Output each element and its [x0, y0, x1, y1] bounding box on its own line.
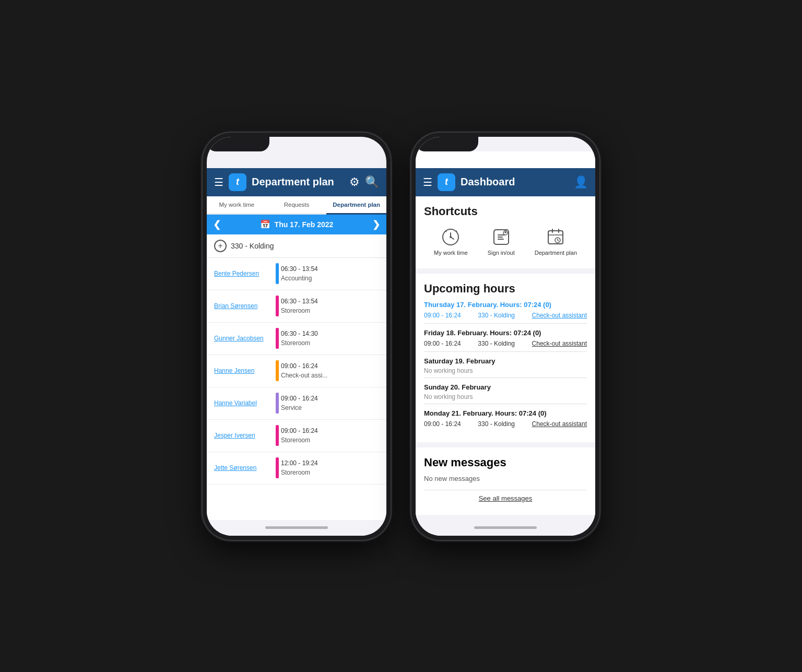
profile-icon[interactable]: 👤: [574, 175, 588, 189]
messages-title: New messages: [424, 456, 587, 469]
shift-details: 06:30 - 13:54 Accounting: [281, 264, 318, 283]
schedule-list[interactable]: Bente Pedersen 06:30 - 13:54 Accounting …: [207, 258, 386, 520]
shortcuts-section: Shortcuts My work time: [416, 196, 595, 268]
app-logo-2: t: [438, 173, 455, 191]
notch-1: [207, 137, 269, 151]
upcoming-day-item: Friday 18. February. Hours: 07:24 (0) 09…: [424, 329, 587, 352]
shift-color-bar: [276, 263, 279, 284]
clock-icon: [441, 228, 460, 246]
shift-bar-container: 09:00 - 16:24 Storeroom: [276, 425, 379, 446]
app-title-2: Dashboard: [461, 176, 569, 188]
date-nav: ❮ 📅 Thu 17. Feb 2022 ❯: [207, 215, 386, 234]
tab-requests[interactable]: Requests: [267, 196, 327, 215]
shift-details: 09:00 - 16:24 Check-out assi...: [281, 361, 327, 380]
day-divider: [424, 378, 587, 378]
schedule-row: Gunner Jacobsen 06:30 - 14:30 Storeroom: [207, 323, 386, 355]
home-indicator-2: [416, 520, 595, 536]
schedule-row: Brian Sørensen 06:30 - 13:54 Storeroom: [207, 290, 386, 323]
employee-name[interactable]: Hanne Variabel: [214, 399, 272, 407]
shift-time: 06:30 - 13:54: [281, 264, 318, 274]
date-display: 📅 Thu 17. Feb 2022: [260, 219, 334, 229]
shift-details: 06:30 - 14:30 Storeroom: [281, 329, 318, 348]
day-divider: [424, 323, 587, 324]
app-logo-1: t: [229, 173, 246, 191]
shift-color-bar: [276, 328, 279, 349]
prev-date-arrow[interactable]: ❮: [213, 219, 221, 230]
upcoming-day-item: Thursday 17. February. Hours: 07:24 (0) …: [424, 301, 587, 324]
employee-name[interactable]: Brian Sørensen: [214, 302, 272, 310]
phone-dashboard: ☰ t Dashboard 👤 Shortcuts: [411, 133, 599, 540]
add-location-button[interactable]: +: [214, 240, 227, 252]
tab-my-work-time[interactable]: My work time: [207, 196, 267, 215]
employee-name[interactable]: Bente Pedersen: [214, 270, 272, 277]
day-row: 09:00 - 16:24 330 - Kolding Check-out as…: [424, 311, 587, 320]
shift-dept: Storeroom: [281, 468, 318, 477]
shortcut-department-plan[interactable]: Department plan: [535, 228, 577, 256]
shift-time: 09:00 - 16:24: [281, 394, 318, 403]
hamburger-icon[interactable]: ☰: [214, 176, 223, 188]
day-row: 09:00 - 16:24 330 - Kolding Check-out as…: [424, 339, 587, 348]
day-header: Sunday 20. February: [424, 383, 587, 391]
upcoming-title: Upcoming hours: [424, 282, 587, 296]
next-date-arrow[interactable]: ❯: [372, 219, 380, 230]
app-header-1: ☰ t Department plan ⚙ 🔍: [207, 168, 386, 196]
employee-name[interactable]: Gunner Jacobsen: [214, 335, 272, 342]
home-indicator-1: [207, 520, 386, 536]
dept-plan-icon: [546, 228, 565, 246]
messages-section: New messages No new messages See all mes…: [416, 447, 595, 515]
shift-bar-container: 09:00 - 16:24 Check-out assi...: [276, 360, 379, 381]
day-location: 330 - Kolding: [478, 420, 515, 428]
see-all-messages-link[interactable]: See all messages: [424, 490, 587, 506]
location-bar: + 330 - Kolding: [207, 234, 386, 258]
shift-dept: Storeroom: [281, 338, 318, 348]
hamburger-icon-2[interactable]: ☰: [423, 176, 432, 188]
day-divider: [424, 351, 587, 352]
dashboard-screen: ☰ t Dashboard 👤 Shortcuts: [416, 151, 595, 520]
calendar-icon: 📅: [260, 219, 270, 229]
day-action[interactable]: Check-out assistant: [532, 340, 587, 347]
shortcut-my-work-time-label: My work time: [434, 250, 468, 256]
day-action[interactable]: Check-out assistant: [532, 312, 587, 319]
day-location: 330 - Kolding: [478, 340, 515, 347]
upcoming-section: Upcoming hours Thursday 17. February. Ho…: [416, 274, 595, 442]
shift-bar-container: 06:30 - 14:30 Storeroom: [276, 328, 379, 349]
day-header: Saturday 19. February: [424, 357, 587, 365]
day-header: Friday 18. February. Hours: 07:24 (0): [424, 329, 587, 337]
shortcut-sign-in-out[interactable]: Sign in/out: [488, 228, 515, 256]
app-header-2: ☰ t Dashboard 👤: [416, 168, 595, 196]
notch-2: [416, 137, 478, 151]
svg-point-3: [450, 236, 452, 238]
day-action[interactable]: Check-out assistant: [532, 420, 587, 428]
shift-color-bar: [276, 425, 279, 446]
shift-bar-container: 09:00 - 16:24 Service: [276, 393, 379, 414]
employee-name[interactable]: Hanne Jensen: [214, 367, 272, 374]
schedule-row: Jette Sørensen 12:00 - 19:24 Storeroom: [207, 452, 386, 485]
employee-name[interactable]: Jette Sørensen: [214, 464, 272, 471]
shortcut-my-work-time[interactable]: My work time: [434, 228, 468, 256]
tab-department-plan[interactable]: Department plan: [326, 196, 386, 215]
shift-time: 06:30 - 14:30: [281, 329, 318, 338]
upcoming-days: Thursday 17. February. Hours: 07:24 (0) …: [424, 301, 587, 429]
signin-icon: [492, 228, 511, 246]
shift-time: 09:00 - 16:24: [281, 426, 318, 435]
day-time: 09:00 - 16:24: [424, 340, 461, 347]
no-messages-text: No new messages: [424, 475, 587, 482]
shift-color-bar: [276, 457, 279, 478]
screen-content-1: ☰ t Department plan ⚙ 🔍 My work time Req…: [207, 151, 386, 520]
app-title-1: Department plan: [252, 176, 344, 188]
svg-line-14: [558, 240, 559, 241]
header-icons-2: 👤: [574, 175, 588, 189]
shift-color-bar: [276, 296, 279, 316]
day-header: Monday 21. February. Hours: 07:24 (0): [424, 409, 587, 417]
settings-icon[interactable]: ⚙: [349, 175, 360, 189]
shortcuts-title: Shortcuts: [424, 205, 587, 218]
search-icon[interactable]: 🔍: [365, 175, 379, 189]
shift-details: 06:30 - 13:54 Storeroom: [281, 297, 318, 315]
shortcuts-grid: My work time Sign in/out: [424, 226, 587, 260]
location-text: 330 - Kolding: [231, 242, 274, 250]
shortcut-dept-plan-label: Department plan: [535, 250, 577, 256]
home-bar-1: [265, 526, 328, 529]
day-divider: [424, 404, 587, 404]
employee-name[interactable]: Jesper Iversen: [214, 432, 272, 439]
home-bar-2: [474, 526, 537, 529]
